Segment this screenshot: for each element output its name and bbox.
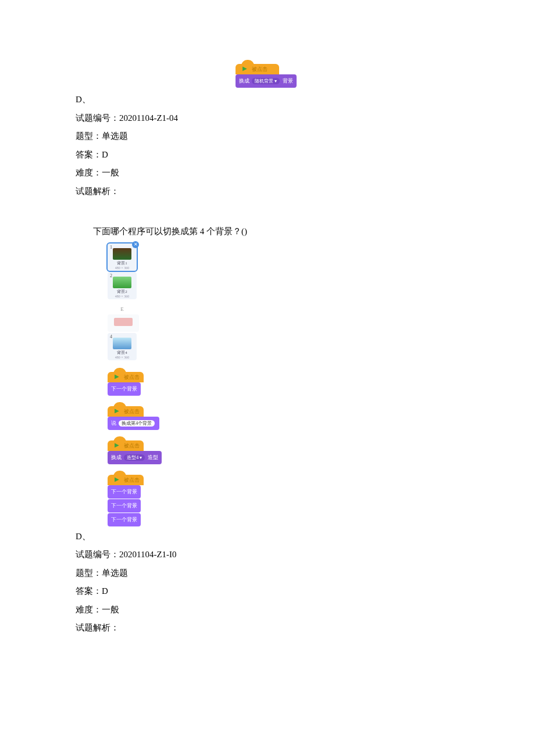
q2-answer: 答案：D bbox=[76, 582, 459, 601]
label: 试题编号： bbox=[76, 550, 119, 559]
q2-option-b-image: ▶ 被点击 说 换成第4个背景 bbox=[108, 406, 459, 430]
col-header: E bbox=[108, 306, 137, 312]
value: D bbox=[102, 586, 108, 596]
scratch-hat-block: ▶ 被点击 bbox=[108, 372, 144, 382]
value: 一般 bbox=[102, 605, 119, 614]
q2-option-d-label: D、 bbox=[76, 528, 459, 546]
thumb-label: 背景4 bbox=[109, 350, 135, 356]
scratch-next-backdrop-block: 下一个背景 bbox=[108, 513, 141, 526]
hat-text: 被点击 bbox=[124, 408, 140, 415]
document-page: ▶ 被点击 换成 随机背景 ▾ 背景 D、 试题编号：20201104-Z1-0… bbox=[0, 0, 535, 672]
value: 单选题 bbox=[102, 568, 128, 578]
thumb-number: 1 bbox=[110, 245, 112, 250]
label: 试题解析： bbox=[76, 187, 119, 196]
block-dropdown: 随机背景 ▾ bbox=[252, 78, 280, 84]
backdrop-thumb-faded bbox=[108, 314, 139, 332]
label: 题型： bbox=[76, 568, 102, 578]
backdrop-thumb-1: 1 ✕ 背景1 480 × 360 bbox=[108, 243, 137, 271]
q1-type: 题型：单选题 bbox=[76, 127, 459, 146]
scratch-hat-block: ▶ 被点击 bbox=[236, 64, 279, 74]
green-flag-icon: ▶ bbox=[115, 442, 119, 448]
thumb-icon bbox=[113, 277, 131, 288]
value: D bbox=[102, 150, 108, 159]
q2-option-d-image: ▶ 被点击 下一个背景 下一个背景 下一个背景 bbox=[108, 475, 459, 526]
q2-option-c-image: ▶ 被点击 换成 造型4 ▾ 造型 bbox=[108, 440, 459, 464]
backdrop-thumb-2: 2 背景2 480 × 360 bbox=[108, 272, 137, 299]
scratch-next-backdrop-block: 下一个背景 bbox=[108, 485, 141, 499]
q1-option-d-image: ▶ 被点击 换成 随机背景 ▾ 背景 bbox=[236, 64, 459, 88]
thumb-number: 2 bbox=[110, 273, 112, 278]
hat-text: 被点击 bbox=[252, 66, 268, 73]
label: 题型： bbox=[76, 131, 102, 141]
q2-id: 试题编号：20201104-Z1-I0 bbox=[76, 546, 459, 564]
label: 试题编号： bbox=[76, 113, 119, 123]
scratch-hat-block: ▶ 被点击 bbox=[108, 406, 144, 417]
q1-option-d-label: D、 bbox=[76, 91, 459, 109]
q2-backdrop-list-image: 1 ✕ 背景1 480 × 360 2 背景2 480 × 360 bbox=[108, 243, 459, 300]
q2-difficulty: 难度：一般 bbox=[76, 601, 459, 619]
label: 答案： bbox=[76, 150, 102, 159]
thumb-label: 背景1 bbox=[109, 260, 135, 266]
q1-id: 试题编号：20201104-Z1-04 bbox=[76, 109, 459, 128]
label: 试题解析： bbox=[76, 623, 119, 632]
value: 20201104-Z1-04 bbox=[119, 113, 178, 123]
thumb-size: 480 × 360 bbox=[109, 295, 135, 298]
scratch-looks-block: 换成 随机背景 ▾ 背景 bbox=[236, 74, 297, 88]
scratch-hat-block: ▶ 被点击 bbox=[108, 475, 144, 485]
thumb-number: 4 bbox=[110, 334, 112, 339]
green-flag-icon: ▶ bbox=[115, 407, 119, 414]
green-flag-icon: ▶ bbox=[242, 65, 247, 71]
block-prefix: 换成 bbox=[111, 454, 122, 460]
hat-text: 被点击 bbox=[124, 442, 140, 450]
scratch-next-backdrop-block: 下一个背景 bbox=[108, 499, 141, 513]
block-prefix: 说 bbox=[111, 420, 116, 426]
label: 难度： bbox=[76, 168, 102, 177]
value: 一般 bbox=[102, 168, 119, 177]
backdrop-thumb-4: 4 背景4 480 × 360 bbox=[108, 333, 137, 360]
delete-icon: ✕ bbox=[132, 241, 139, 248]
q2-analysis: 试题解析： bbox=[76, 619, 459, 637]
label: 难度： bbox=[76, 605, 102, 614]
thumb-size: 480 × 360 bbox=[109, 266, 135, 270]
scratch-hat-block: ▶ 被点击 bbox=[108, 440, 144, 451]
scratch-next-backdrop-block: 下一个背景 bbox=[108, 382, 141, 396]
thumb-label: 背景2 bbox=[109, 289, 135, 295]
q1-difficulty: 难度：一般 bbox=[76, 164, 459, 182]
block-prefix: 换成 bbox=[239, 78, 249, 84]
hat-text: 被点击 bbox=[124, 374, 140, 381]
label: 答案： bbox=[76, 586, 102, 596]
value: 单选题 bbox=[102, 131, 128, 141]
block-dropdown: 造型4 ▾ bbox=[124, 454, 145, 461]
q1-answer: 答案：D bbox=[76, 146, 459, 164]
q2-option-a-image: ▶ 被点击 下一个背景 bbox=[108, 372, 459, 396]
thumb-size: 480 × 360 bbox=[109, 356, 135, 359]
value: 20201104-Z1-I0 bbox=[119, 550, 177, 559]
scratch-say-block: 说 换成第4个背景 bbox=[108, 417, 159, 430]
q2-backdrop-list-image-2: E 4 背景4 480 × 360 bbox=[108, 306, 459, 361]
q2-question-text: 下面哪个程序可以切换成第 4 个背景？() bbox=[93, 223, 459, 241]
thumb-icon bbox=[114, 318, 133, 326]
thumb-icon bbox=[113, 248, 131, 260]
green-flag-icon: ▶ bbox=[115, 476, 119, 482]
q2-type: 题型：单选题 bbox=[76, 564, 459, 583]
block-suffix: 造型 bbox=[148, 454, 158, 460]
q1-analysis: 试题解析： bbox=[76, 182, 459, 201]
block-suffix: 背景 bbox=[283, 78, 293, 84]
hat-text: 被点击 bbox=[124, 476, 140, 484]
scratch-switch-costume-block: 换成 造型4 ▾ 造型 bbox=[108, 451, 162, 464]
green-flag-icon: ▶ bbox=[115, 373, 119, 379]
thumb-icon bbox=[113, 338, 131, 349]
block-input: 换成第4个背景 bbox=[119, 420, 155, 427]
